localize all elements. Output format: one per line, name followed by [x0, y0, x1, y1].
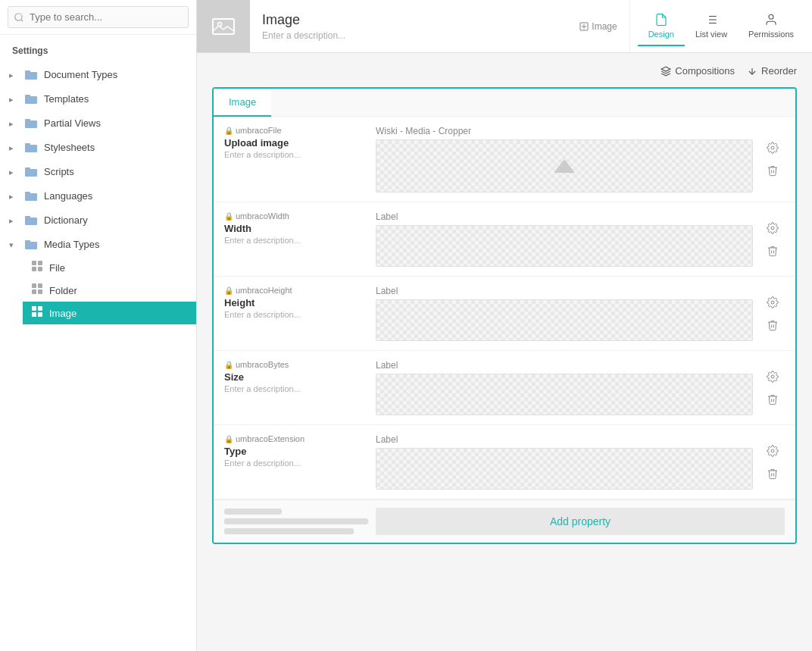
svg-rect-16 [32, 261, 36, 265]
property-info: 🔒 umbracoExtension Type Enter a descript… [224, 434, 368, 490]
editor-box[interactable] [376, 374, 753, 415]
alias-value: umbracoFile [236, 126, 282, 135]
svg-rect-3 [25, 95, 30, 98]
delete-icon-button[interactable] [764, 161, 782, 180]
settings-icon-button[interactable] [764, 368, 782, 386]
property-description[interactable]: Enter a description... [224, 384, 368, 393]
sidebar: Settings Document Types Templates Partia… [0, 0, 197, 651]
reorder-label: Reorder [761, 65, 797, 77]
property-actions [760, 286, 785, 341]
chevron-icon [9, 239, 17, 250]
editor-box[interactable] [376, 139, 753, 192]
sidebar-item-dictionary[interactable]: Dictionary [0, 208, 196, 232]
chevron-icon [9, 166, 17, 177]
folder-icon [24, 140, 38, 154]
reorder-button[interactable]: Reorder [747, 65, 797, 77]
sidebar-item-image[interactable]: Image [23, 302, 196, 324]
property-description[interactable]: Enter a description... [224, 459, 368, 468]
list-view-label: List view [695, 30, 727, 39]
svg-rect-17 [38, 261, 42, 265]
sidebar-subitem-label: File [49, 262, 65, 274]
list-view-tab-button[interactable]: List view [685, 7, 738, 46]
property-row: 🔒 umbracoFile Upload image Enter a descr… [214, 117, 795, 202]
property-name: Type [224, 446, 368, 457]
svg-rect-25 [38, 306, 42, 311]
settings-icon-button[interactable] [764, 442, 782, 460]
svg-marker-38 [661, 67, 670, 71]
settings-icon-button[interactable] [764, 219, 782, 237]
content-area: Compositions Reorder Image 🔒 umbracoFile [197, 53, 812, 651]
editor-type: Label [376, 211, 753, 222]
property-row: 🔒 umbracoExtension Type Enter a descript… [214, 425, 795, 499]
property-alias: 🔒 umbracoBytes [224, 360, 368, 369]
property-alias: 🔒 umbracoFile [224, 126, 368, 135]
search-input[interactable] [8, 6, 189, 28]
svg-point-40 [771, 146, 774, 149]
topbar-icon [197, 0, 250, 52]
delete-icon-button[interactable] [764, 316, 782, 334]
settings-label: Settings [0, 35, 196, 62]
permissions-tab-button[interactable]: Permissions [738, 7, 804, 46]
svg-rect-15 [25, 240, 30, 243]
property-description[interactable]: Enter a description... [224, 236, 368, 245]
permissions-label: Permissions [748, 30, 794, 39]
sidebar-item-templates[interactable]: Templates [0, 86, 196, 111]
delete-icon-button[interactable] [764, 242, 782, 260]
delete-icon-button[interactable] [764, 390, 782, 408]
settings-icon-button[interactable] [764, 139, 782, 157]
sidebar-item-folder[interactable]: Folder [23, 279, 196, 302]
sidebar-item-stylesheets[interactable]: Stylesheets [0, 135, 196, 159]
folder-icon [24, 67, 38, 81]
folder-icon [24, 92, 38, 105]
placeholder-line [224, 518, 368, 524]
property-editor: Label [376, 286, 753, 341]
property-name: Upload image [224, 137, 368, 149]
design-tab-button[interactable]: Design [638, 7, 685, 46]
delete-icon-button[interactable] [764, 465, 782, 483]
svg-point-37 [769, 14, 773, 19]
settings-icon-button[interactable] [764, 293, 782, 311]
folder-icon [24, 189, 38, 202]
alias-value: umbracoWidth [236, 211, 289, 221]
compositions-button[interactable]: Compositions [661, 65, 735, 77]
add-property-footer: Add property [214, 499, 795, 543]
sidebar-item-scripts[interactable]: Scripts [0, 159, 196, 183]
property-editor: Label [376, 360, 753, 415]
folder-icon [24, 116, 38, 130]
page-title: Image [262, 12, 555, 28]
property-actions [760, 434, 785, 490]
sidebar-item-partial-views[interactable]: Partial Views [0, 111, 196, 135]
tab-panel: Image 🔒 umbracoFile Upload image Enter a… [212, 87, 797, 544]
topbar: Image Enter a description... Image Desig… [197, 0, 812, 53]
add-property-button[interactable]: Add property [376, 508, 785, 535]
editor-box[interactable] [376, 225, 753, 267]
tab-header: Image [214, 89, 795, 117]
editor-box[interactable] [376, 299, 753, 341]
sidebar-item-label: Stylesheets [44, 142, 95, 153]
sidebar-item-file[interactable]: File [23, 256, 196, 279]
sidebar-item-label: Scripts [44, 166, 74, 177]
sidebar-item-media-types[interactable]: Media Types [0, 232, 196, 256]
sidebar-subitem-label: Image [49, 308, 77, 319]
editor-box[interactable] [376, 448, 753, 490]
lock-icon: 🔒 [224, 435, 233, 443]
svg-rect-27 [38, 312, 42, 317]
folder-icon [24, 237, 38, 251]
svg-rect-7 [25, 143, 30, 146]
lock-icon: 🔒 [224, 212, 233, 221]
sidebar-item-languages[interactable]: Languages [0, 183, 196, 208]
svg-rect-28 [213, 19, 234, 34]
property-description[interactable]: Enter a description... [224, 310, 368, 319]
property-name: Width [224, 223, 368, 234]
page-description[interactable]: Enter a description... [262, 30, 555, 41]
content-actions: Compositions Reorder [212, 65, 797, 77]
property-description[interactable]: Enter a description... [224, 150, 368, 159]
property-row: 🔒 umbracoBytes Size Enter a description.… [214, 351, 795, 425]
tab-image[interactable]: Image [214, 89, 271, 117]
chevron-icon [9, 142, 17, 153]
sidebar-item-document-types[interactable]: Document Types [0, 62, 196, 86]
property-actions [760, 126, 785, 192]
chevron-icon [9, 93, 17, 105]
svg-rect-22 [32, 290, 36, 294]
placeholder-line [224, 509, 282, 515]
